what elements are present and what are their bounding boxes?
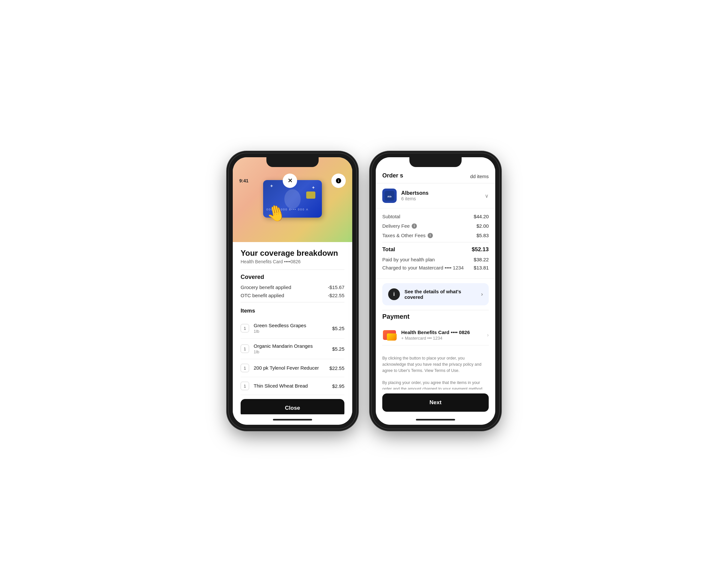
mastercard-row: Charged to your Mastercard •••• 1234 $13…	[382, 265, 489, 271]
legal-text: By clicking the button to place your ord…	[376, 351, 495, 390]
taxes-row: Taxes & Other Fees i $5.83	[382, 232, 489, 238]
health-plan-value: $38.22	[474, 257, 489, 262]
nav-title: Order s	[382, 172, 403, 179]
health-plan-row: Paid by your health plan $38.22	[382, 257, 489, 262]
legal-text-1: By clicking the button to place your ord…	[382, 355, 489, 373]
legal-text-2: By placing your order, you agree that th…	[382, 380, 489, 390]
items-section-title: Items	[241, 308, 344, 314]
divider-1	[241, 270, 344, 270]
svg-text:i: i	[338, 179, 339, 183]
order-body[interactable]: Alb Albertsons 6 items ∨ Subtotal $44.20	[376, 183, 495, 390]
order-details: Subtotal $44.20 Delivery Fee i $2.00 Tax…	[376, 209, 495, 279]
grocery-label: Grocery benefit applied	[241, 284, 291, 290]
covered-section: Covered Grocery benefit applied -$15.67 …	[241, 274, 344, 298]
merchant-items: 6 items	[401, 196, 485, 201]
item-name-0: Green Seedless Grapes	[254, 323, 332, 328]
covered-section-title: Covered	[241, 274, 344, 281]
divider-2	[241, 302, 344, 302]
taxes-value: $5.83	[476, 232, 489, 238]
delivery-value: $2.00	[476, 223, 489, 229]
merchant-info: Albertsons 6 items	[401, 190, 485, 201]
subtotal-row: Subtotal $44.20	[382, 214, 489, 219]
next-button[interactable]: Next	[382, 393, 489, 412]
albertsons-logo: Alb	[385, 191, 394, 201]
item-qty-2: 1	[241, 364, 249, 372]
payment-method-sub: + Mastercard ••• 1234	[401, 336, 487, 340]
item-row-0: 1 Green Seedless Grapes 1lb $5.25	[241, 318, 344, 339]
grocery-value: -$15.67	[328, 284, 344, 290]
coverage-title: Your coverage breakdown	[241, 249, 344, 258]
subtotal-label: Subtotal	[382, 214, 400, 219]
card-chip	[306, 192, 315, 199]
otc-value: -$22.55	[328, 293, 344, 298]
item-name-2: 200 pk Tylenol Fever Reducer	[254, 365, 330, 370]
covered-info-icon: i	[388, 288, 400, 300]
item-info-2: 200 pk Tylenol Fever Reducer	[254, 365, 330, 371]
merchant-row: Alb Albertsons 6 items ∨	[376, 183, 495, 209]
status-time: 9:41	[239, 178, 249, 183]
item-detail-0: 1lb	[254, 329, 332, 334]
payment-method-row[interactable]: Health Benefits Card •••• 0826 + Masterc…	[382, 325, 489, 345]
item-row-1: 1 Organic Mandarin Oranges 1lb $5.25	[241, 339, 344, 359]
merchant-chevron-icon[interactable]: ∨	[485, 193, 489, 199]
item-row-2: 1 200 pk Tylenol Fever Reducer $22.55	[241, 359, 344, 377]
coverage-body: Your coverage breakdown Health Benefits …	[233, 242, 352, 414]
benefit-row-otc: OTC benefit applied -$22.55	[241, 293, 344, 298]
info-button[interactable]: i	[331, 173, 346, 188]
covered-banner-text: See the details of what's covered	[405, 289, 477, 300]
payment-title: Payment	[382, 313, 489, 321]
phone-1: 9:41 ✕ i ✦ ✦ ✦	[229, 153, 356, 429]
info-icon: i	[336, 178, 341, 184]
item-price-0: $5.25	[332, 326, 344, 331]
payment-card-icon	[382, 330, 397, 340]
mastercard-label: Charged to your Mastercard •••• 1234	[382, 265, 464, 271]
item-price-3: $2.95	[332, 383, 344, 389]
phone-2-screen: Order s dd items Alb Albertsons 6 items	[376, 157, 495, 425]
total-label: Total	[382, 246, 395, 253]
item-name-3: Thin Sliced Wheat Bread	[254, 383, 332, 389]
total-row: Total $52.13	[382, 246, 489, 253]
item-info-0: Green Seedless Grapes 1lb	[254, 323, 332, 334]
coverage-subtitle: Health Benefits Card ••••0826	[241, 259, 344, 264]
close-button[interactable]: Close	[241, 399, 344, 414]
merchant-logo: Alb	[382, 189, 397, 203]
item-price-1: $5.25	[332, 346, 344, 352]
payment-info: Health Benefits Card •••• 0826 + Masterc…	[401, 330, 487, 340]
item-qty-1: 1	[241, 344, 249, 353]
mastercard-value: $13.81	[474, 265, 489, 271]
delivery-row: Delivery Fee i $2.00	[382, 223, 489, 229]
item-qty-0: 1	[241, 324, 249, 332]
payment-method-name: Health Benefits Card •••• 0826	[401, 330, 487, 335]
home-bar-2	[416, 419, 455, 420]
payment-icon-yellow	[387, 333, 397, 340]
taxes-info-icon[interactable]: i	[428, 233, 433, 238]
health-plan-label: Paid by your health plan	[382, 257, 435, 262]
divider-total	[382, 242, 489, 242]
total-value: $52.13	[472, 246, 489, 253]
item-name-1: Organic Mandarin Oranges	[254, 343, 332, 349]
merchant-name: Albertsons	[401, 190, 485, 196]
phone-1-screen: 9:41 ✕ i ✦ ✦ ✦	[233, 157, 352, 425]
item-row-3: 1 Thin Sliced Wheat Bread $2.95	[241, 377, 344, 395]
item-detail-1: 1lb	[254, 350, 332, 354]
taxes-label: Taxes & Other Fees i	[382, 232, 433, 238]
benefit-row-grocery: Grocery benefit applied -$15.67	[241, 284, 344, 290]
close-x-button[interactable]: ✕	[283, 173, 297, 188]
item-price-2: $22.55	[330, 365, 344, 371]
covered-banner-chevron-icon: ›	[481, 291, 483, 297]
payment-section: Payment Health Benefits Card •••• 0826 +…	[376, 310, 495, 351]
items-section: Items 1 Green Seedless Grapes 1lb $5.25 …	[241, 308, 344, 395]
otc-label: OTC benefit applied	[241, 293, 284, 298]
item-info-1: Organic Mandarin Oranges 1lb	[254, 343, 332, 354]
item-info-3: Thin Sliced Wheat Bread	[254, 383, 332, 389]
delivery-info-icon[interactable]: i	[412, 223, 417, 229]
nav-link[interactable]: dd items	[470, 173, 489, 179]
home-indicator	[233, 414, 352, 425]
coverage-header: 9:41 ✕ i ✦ ✦ ✦	[233, 157, 352, 242]
svg-text:Alb: Alb	[388, 195, 392, 198]
phone-2: Order s dd items Alb Albertsons 6 items	[372, 153, 499, 429]
delivery-label: Delivery Fee i	[382, 223, 417, 229]
home-bar	[273, 419, 312, 420]
covered-details-banner[interactable]: i See the details of what's covered ›	[382, 283, 489, 305]
next-btn-container: Next	[376, 390, 495, 414]
